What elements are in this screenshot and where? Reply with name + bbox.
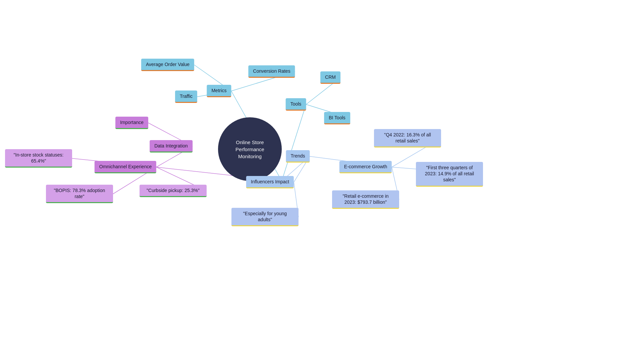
node-avg-order[interactable]: Average Order Value (141, 59, 194, 71)
node-traffic[interactable]: Traffic (175, 90, 197, 103)
node-data-integration[interactable]: Data Integration (150, 140, 193, 153)
node-ecomm-growth[interactable]: E-commerce Growth (339, 161, 392, 173)
node-q4-2022[interactable]: "Q4 2022: 16.3% of all retail sales" (374, 129, 441, 147)
svg-line-4 (282, 105, 306, 181)
node-crm[interactable]: CRM (320, 71, 340, 84)
node-importance[interactable]: Importance (115, 117, 148, 129)
node-retail-ecomm[interactable]: "Retail e-commerce in 2023: $793.7 billi… (332, 190, 399, 209)
node-omnichannel[interactable]: Omnichannel Experience (95, 161, 156, 173)
node-tools[interactable]: Tools (286, 98, 306, 111)
node-curbside[interactable]: "Curbside pickup: 25.3%" (140, 185, 207, 197)
node-conv-rates[interactable]: Conversion Rates (248, 65, 295, 78)
node-trends[interactable]: Trends (286, 150, 310, 163)
node-influencers[interactable]: Influencers Impact (246, 176, 294, 188)
center-node: Online Store Performance Monitoring (218, 117, 282, 181)
node-metrics[interactable]: Metrics (207, 85, 231, 97)
node-bopis[interactable]: "BOPIS: 78.3% adoption rate" (46, 185, 113, 203)
node-in-store[interactable]: "In-store stock statuses: 65.4%" (5, 149, 72, 168)
node-bi-tools[interactable]: BI Tools (324, 112, 350, 124)
node-first-three[interactable]: "First three quarters of 2023: 14.9% of … (416, 162, 483, 187)
node-young-adults[interactable]: "Especially for young adults" (231, 208, 299, 226)
